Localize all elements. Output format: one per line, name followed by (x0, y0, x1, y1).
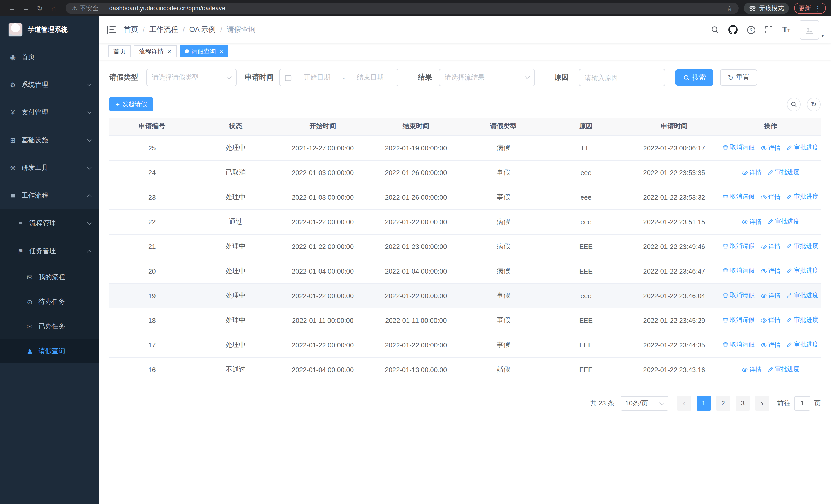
sidebar-item[interactable]: ≣ 工作流程 (0, 182, 99, 209)
cancel-leave-link[interactable]: 取消请假 (723, 192, 754, 201)
cancel-leave-link[interactable]: 取消请假 (723, 242, 754, 250)
bookmark-star-icon[interactable]: ☆ (726, 4, 733, 12)
reload-icon[interactable]: ↻ (33, 4, 47, 12)
incognito-badge: 无痕模式 (744, 3, 789, 14)
table-row[interactable]: 21 处理中 2022-01-22 00:00:00 2022-01-23 00… (109, 234, 821, 259)
next-page-button[interactable]: › (755, 396, 769, 410)
detail-link[interactable]: 详情 (742, 365, 762, 374)
pencil-icon (786, 145, 792, 150)
cell-leave-type: 病假 (463, 234, 544, 259)
cell-operations: 取消请假 详情 审批进度 (720, 185, 821, 209)
refresh-button[interactable]: ↻ (807, 97, 821, 111)
approval-progress-link[interactable]: 审批进度 (786, 266, 819, 275)
sidebar-item[interactable]: ⚑ 任务管理 (0, 237, 99, 265)
table-row[interactable]: 24 已取消 2022-01-03 00:00:00 2022-01-26 00… (109, 160, 821, 185)
fullscreen-icon[interactable] (765, 26, 773, 34)
user-menu[interactable]: ▾ (800, 20, 824, 39)
cell-leave-type: 病假 (463, 259, 544, 283)
detail-link[interactable]: 详情 (761, 341, 781, 350)
detail-link[interactable]: 详情 (761, 242, 781, 251)
table-row[interactable]: 16 不通过 2022-01-04 00:00:00 2022-01-13 00… (109, 357, 821, 382)
github-icon[interactable] (728, 25, 738, 34)
sidebar-item[interactable]: ✂ 已办任务 (0, 314, 99, 339)
sidebar-item[interactable]: ≡ 流程管理 (0, 209, 99, 237)
sidebar-item[interactable]: ✉ 我的流程 (0, 265, 99, 290)
hamburger-icon[interactable] (99, 17, 124, 43)
search-icon[interactable] (711, 26, 719, 34)
page-button-1[interactable]: 1 (696, 396, 711, 410)
update-chip[interactable]: 更新 ⋮ (794, 3, 826, 14)
approval-progress-link[interactable]: 审批进度 (786, 291, 819, 300)
app-logo[interactable]: 芋道管理系统 (0, 17, 99, 43)
browser-menu-icon[interactable]: ⋮ (814, 4, 821, 12)
detail-link[interactable]: 详情 (742, 168, 762, 177)
approval-progress-link[interactable]: 审批进度 (786, 242, 819, 250)
table-row[interactable]: 23 处理中 2022-01-03 00:00:00 2022-01-26 00… (109, 185, 821, 209)
cancel-leave-link[interactable]: 取消请假 (723, 143, 754, 152)
table-row[interactable]: 22 通过 2022-01-22 00:00:00 2022-01-22 00:… (109, 209, 821, 234)
approval-progress-link[interactable]: 审批进度 (786, 316, 819, 324)
page-button-3[interactable]: 3 (736, 396, 750, 410)
breadcrumb-oa-example[interactable]: OA 示例 (190, 25, 216, 34)
approval-progress-link[interactable]: 审批进度 (768, 217, 799, 226)
approval-progress-link[interactable]: 审批进度 (786, 340, 819, 349)
detail-link[interactable]: 详情 (761, 316, 781, 325)
close-icon[interactable]: × (167, 48, 171, 55)
breadcrumb-home[interactable]: 首页 (124, 25, 138, 34)
detail-link[interactable]: 详情 (742, 217, 762, 226)
detail-link[interactable]: 详情 (761, 144, 781, 152)
page-button-2[interactable]: 2 (716, 396, 730, 410)
sidebar-item[interactable]: ♟ 请假查询 (0, 339, 99, 363)
detail-link[interactable]: 详情 (761, 267, 781, 276)
cell-status: 处理中 (195, 136, 277, 160)
sidebar-item[interactable]: ⚒ 研发工具 (0, 154, 99, 182)
sidebar-item[interactable]: ◉ 首页 (0, 43, 99, 71)
approval-progress-link[interactable]: 审批进度 (768, 365, 799, 374)
cell-leave-type: 事假 (463, 283, 544, 308)
reason-input[interactable] (579, 69, 665, 86)
help-icon[interactable]: ? (747, 25, 755, 34)
search-button[interactable]: 搜索 (676, 69, 713, 86)
back-icon[interactable]: ← (5, 4, 19, 12)
close-icon[interactable]: × (220, 48, 223, 55)
result-select[interactable]: 请选择流结果 (439, 69, 535, 86)
cancel-leave-link[interactable]: 取消请假 (723, 340, 754, 349)
table-row[interactable]: 18 处理中 2022-01-11 00:00:00 2022-01-11 00… (109, 308, 821, 333)
tab-home[interactable]: 首页 (108, 45, 131, 58)
prev-page-button[interactable]: ‹ (677, 396, 691, 410)
table-row[interactable]: 19 处理中 2022-01-22 00:00:00 2022-01-22 00… (109, 283, 821, 308)
font-size-icon[interactable]: TT (782, 25, 791, 34)
cancel-leave-link[interactable]: 取消请假 (723, 291, 754, 300)
sidebar-item[interactable]: ⊙ 待办任务 (0, 290, 99, 314)
create-leave-button[interactable]: + 发起请假 (109, 97, 153, 111)
table-row[interactable]: 20 处理中 2022-01-04 00:00:00 2022-01-04 00… (109, 259, 821, 283)
breadcrumb-workflow[interactable]: 工作流程 (149, 25, 178, 34)
table-row[interactable]: 17 处理中 2022-01-22 00:00:00 2022-01-22 00… (109, 333, 821, 357)
cancel-leave-link[interactable]: 取消请假 (723, 266, 754, 275)
forward-icon[interactable]: → (19, 4, 33, 12)
update-label[interactable]: 更新 (799, 4, 811, 12)
security-label[interactable]: 不安全 (80, 4, 98, 12)
approval-progress-link[interactable]: 审批进度 (786, 192, 819, 201)
reset-button[interactable]: ↻ 重置 (720, 69, 757, 86)
apply-time-range-picker[interactable]: 开始日期 - 结束日期 (279, 69, 398, 86)
approval-progress-link[interactable]: 审批进度 (768, 168, 799, 177)
cancel-leave-link[interactable]: 取消请假 (723, 316, 754, 324)
detail-link[interactable]: 详情 (761, 193, 781, 202)
tab-leave-query[interactable]: 请假查询 × (179, 45, 228, 58)
leave-type-select[interactable]: 请选择请假类型 (146, 69, 237, 86)
sidebar-item[interactable]: ⚙ 系统管理 (0, 71, 99, 98)
table-row[interactable]: 25 处理中 2021-12-27 00:00:00 2022-01-19 00… (109, 136, 821, 160)
avatar[interactable] (800, 20, 819, 39)
tab-process-detail[interactable]: 流程详情 × (134, 45, 176, 58)
home-icon[interactable]: ⌂ (47, 4, 61, 12)
sidebar-item[interactable]: ¥ 支付管理 (0, 98, 99, 126)
approval-progress-link[interactable]: 审批进度 (786, 143, 819, 152)
show-search-button[interactable] (787, 97, 801, 111)
page-size-select[interactable]: 10条/页 (621, 396, 668, 410)
goto-page-input[interactable] (794, 396, 810, 410)
cell-apply-time: 2022-01-22 23:53:32 (628, 185, 720, 209)
detail-link[interactable]: 详情 (761, 292, 781, 300)
sidebar-item[interactable]: ⊞ 基础设施 (0, 126, 99, 154)
address-bar[interactable]: ⚠ 不安全 dashboard.yudao.iocoder.cn/bpm/oa/… (66, 3, 739, 14)
